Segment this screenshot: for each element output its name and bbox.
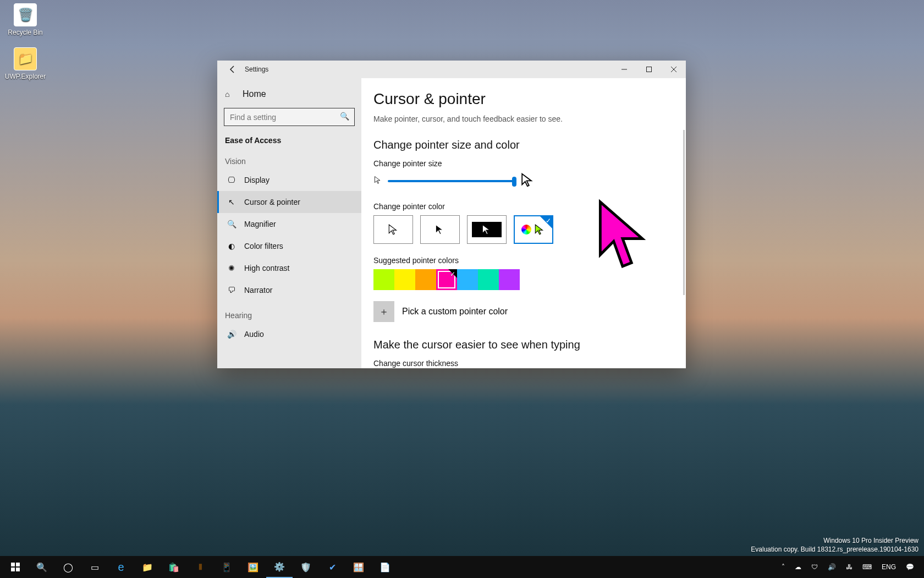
group-vision: Vision	[217, 147, 361, 169]
check-icon: ✓	[546, 217, 551, 225]
taskbar-settings[interactable]: ⚙️	[266, 556, 293, 578]
custom-color-row: ＋ Pick a custom pointer color	[373, 301, 686, 322]
desktop-icon-recycle-bin[interactable]: 🗑️ Recycle Bin	[3, 3, 47, 36]
suggested-color-swatch[interactable]	[478, 269, 499, 290]
pointer-color-white[interactable]	[373, 215, 413, 244]
tray-action-center-icon[interactable]: 💬	[903, 556, 917, 578]
minimize-button[interactable]	[612, 61, 636, 78]
taskbar-security[interactable]: 🛡️	[293, 556, 319, 578]
svg-rect-5	[16, 568, 20, 571]
search-input[interactable]	[224, 108, 355, 126]
tray-volume-icon[interactable]: 🔊	[824, 556, 839, 578]
home-nav[interactable]: ⌂ Home	[217, 85, 361, 103]
svg-rect-4	[11, 568, 15, 571]
size-label: Change pointer size	[373, 159, 686, 168]
start-button[interactable]	[2, 556, 29, 578]
pointer-small-icon	[373, 176, 382, 187]
pointer-color-black[interactable]	[420, 215, 460, 244]
page-title: Cursor & pointer	[373, 90, 686, 108]
audio-icon: 🔊	[227, 330, 237, 339]
nav-narrator[interactable]: 🗩 Narrator	[217, 279, 361, 301]
taskbar-cortana[interactable]: ◯	[55, 556, 81, 578]
tray-defender-icon[interactable]: 🛡	[808, 556, 821, 578]
suggested-color-swatch[interactable]	[415, 269, 436, 290]
suggested-colors-label: Suggested pointer colors	[373, 256, 686, 265]
pointer-large-icon	[520, 172, 535, 190]
taskbar-store[interactable]: 🛍️	[161, 556, 187, 578]
nav-label: High contrast	[244, 264, 289, 272]
suggested-color-swatch[interactable]	[457, 269, 478, 290]
nav-display[interactable]: 🖵 Display	[217, 169, 361, 191]
taskbar-notepad[interactable]: 📄	[372, 556, 398, 578]
page-subtitle: Make pointer, cursor, and touch feedback…	[373, 114, 686, 123]
back-button[interactable]	[222, 61, 244, 78]
nav-label: Magnifier	[244, 220, 276, 228]
scrollbar[interactable]	[683, 130, 685, 295]
window-title: Settings	[245, 61, 268, 78]
taskbar-search[interactable]: 🔍	[29, 556, 55, 578]
tray-language[interactable]: ENG	[878, 556, 899, 578]
desktop-icon-uwp-explorer[interactable]: 📁 UWP.Explorer	[3, 47, 47, 80]
search-icon: 🔍	[340, 112, 349, 121]
desktop-watermark: Windows 10 Pro Insider Preview Evaluatio…	[751, 536, 919, 554]
settings-window: Settings ⌂ Home 🔍 Ease of Access Vision …	[217, 61, 686, 368]
taskbar-explorer[interactable]: 📁	[134, 556, 161, 578]
pointer-color-custom[interactable]: ✓	[514, 215, 553, 244]
slider-thumb[interactable]	[512, 177, 516, 187]
group-hearing: Hearing	[217, 301, 361, 323]
taskbar-todo[interactable]: ✔	[319, 556, 345, 578]
suggested-color-swatch[interactable]	[394, 269, 415, 290]
narrator-icon: 🗩	[227, 286, 237, 295]
suggested-color-swatch[interactable]	[373, 269, 394, 290]
color-filters-icon: ◐	[227, 242, 237, 250]
nav-high-contrast[interactable]: ✺ High contrast	[217, 257, 361, 279]
taskbar-edge[interactable]: e	[108, 556, 134, 578]
check-icon: ✓	[450, 270, 455, 278]
nav-cursor-pointer[interactable]: ↖ Cursor & pointer	[217, 191, 361, 213]
suggested-color-swatch[interactable]: ✓	[436, 269, 457, 290]
desktop-icon-label: UWP.Explorer	[5, 73, 46, 80]
taskbar-app-1[interactable]: ⦀	[187, 556, 213, 578]
nav-label: Narrator	[244, 286, 272, 295]
section-size-color: Change pointer size and color	[373, 139, 686, 151]
nav-label: Display	[244, 176, 270, 184]
watermark-line2: Evaluation copy. Build 18312.rs_prerelea…	[751, 545, 919, 554]
home-icon: ⌂	[225, 90, 235, 99]
search-wrap: 🔍	[224, 108, 355, 126]
desktop-icons: 🗑️ Recycle Bin 📁 UWP.Explorer	[3, 3, 47, 80]
display-icon: 🖵	[227, 176, 237, 184]
tray-onedrive-icon[interactable]: ☁	[791, 556, 805, 578]
category-heading: Ease of Access	[217, 130, 361, 147]
taskbar-app-2[interactable]: 🪟	[345, 556, 372, 578]
suggested-colors-row: ✓	[373, 269, 686, 290]
close-button[interactable]	[661, 61, 686, 78]
settings-content: Cursor & pointer Make pointer, cursor, a…	[361, 78, 686, 368]
settings-sidebar: ⌂ Home 🔍 Ease of Access Vision 🖵 Display…	[217, 78, 361, 368]
pointer-color-inverted[interactable]	[467, 215, 507, 244]
thickness-label: Change cursor thickness	[373, 359, 686, 368]
pick-custom-color-button[interactable]: ＋	[373, 301, 394, 322]
watermark-line1: Windows 10 Pro Insider Preview	[751, 536, 919, 545]
suggested-color-swatch[interactable]	[499, 269, 520, 290]
nav-color-filters[interactable]: ◐ Color filters	[217, 235, 361, 257]
home-label: Home	[243, 89, 266, 99]
cursor-icon: ↖	[227, 198, 237, 206]
titlebar[interactable]: Settings	[217, 61, 686, 78]
taskbar-photos[interactable]: 🖼️	[240, 556, 266, 578]
tray-keyboard-icon[interactable]: ⌨	[859, 556, 875, 578]
nav-magnifier[interactable]: 🔍 Magnifier	[217, 213, 361, 235]
nav-label: Cursor & pointer	[244, 198, 300, 206]
maximize-button[interactable]	[636, 61, 661, 78]
nav-audio[interactable]: 🔊 Audio	[217, 323, 361, 345]
pointer-size-slider[interactable]	[388, 180, 514, 182]
pointer-color-options: ✓	[373, 215, 686, 244]
taskbar-phone[interactable]: 📱	[213, 556, 240, 578]
nav-label: Color filters	[244, 242, 283, 250]
svg-rect-2	[11, 563, 15, 566]
magnifier-icon: 🔍	[227, 220, 237, 228]
taskbar-taskview[interactable]: ▭	[81, 556, 108, 578]
tray-network-icon[interactable]: 🖧	[843, 556, 856, 578]
color-wheel-icon	[521, 225, 531, 235]
tray-chevron[interactable]: ˄	[778, 556, 788, 578]
folder-icon: 📁	[14, 47, 37, 70]
